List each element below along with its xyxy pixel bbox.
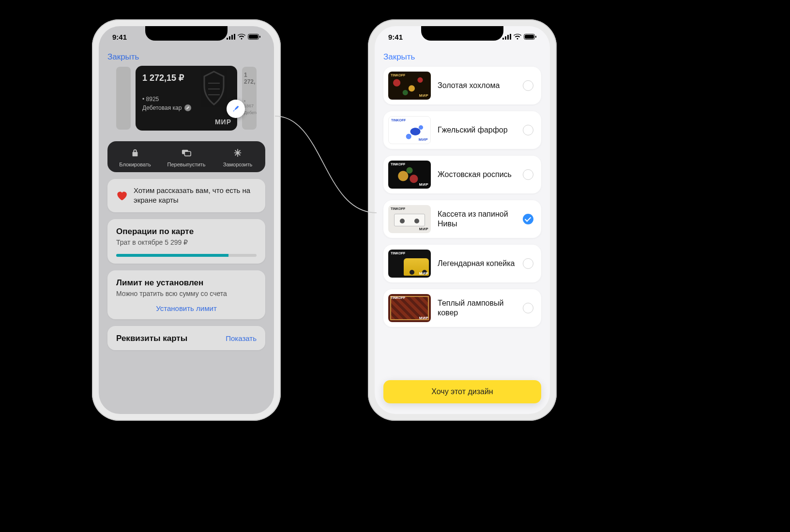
- phone-mock-card-screen: 9:41 Закрыть 1 272,15 ₽ • 8925 Дебетовая…: [92, 19, 281, 421]
- freeze-label: Заморозить: [223, 162, 253, 167]
- limit-title: Лимит не установлен: [116, 278, 257, 288]
- svg-rect-8: [184, 151, 191, 156]
- radio-icon[interactable]: [523, 80, 533, 91]
- card-brand: TINKOFF: [391, 74, 428, 77]
- card-brand: TINKOFF: [391, 163, 428, 166]
- peek-last4: • 1867: [244, 99, 255, 108]
- svg-rect-2: [231, 35, 233, 40]
- operations-tile[interactable]: Операции по карте Трат в октябре 5 299 ₽: [107, 219, 265, 264]
- brush-icon: [231, 104, 240, 113]
- prev-card-peek[interactable]: [116, 67, 131, 130]
- design-label: Жостовская роспись: [438, 170, 516, 179]
- limit-subtitle: Можно тратить всю сумму со счета: [116, 290, 257, 297]
- card-brand: TINKOFF: [391, 251, 428, 255]
- svg-rect-15: [535, 36, 536, 38]
- tip-card[interactable]: Хотим рассказать вам, что есть на экране…: [107, 179, 265, 212]
- requisites-title: Реквизиты карты: [116, 334, 187, 343]
- design-list[interactable]: TINKOFFМИРЗолотая хохломаTINKOFFМИРГжель…: [375, 67, 550, 327]
- card-type: Дебетовая кар: [142, 104, 182, 111]
- card-actions-bar: Блокировать Перевыпустить Заморозить: [107, 141, 265, 172]
- phone-mock-design-picker: 9:41 Закрыть TINKOFFМИРЗолотая хохломаTI…: [368, 19, 557, 421]
- flow-connector-icon: [270, 102, 381, 227]
- radio-icon[interactable]: [523, 125, 533, 135]
- requisites-tile: Реквизиты карты Показать: [107, 326, 265, 350]
- card-crest-icon: [195, 70, 233, 108]
- set-limit-link[interactable]: Установить лимит: [116, 304, 257, 312]
- reissue-button[interactable]: Перевыпустить: [161, 147, 212, 167]
- design-thumbnail: TINKOFFМИР: [388, 250, 431, 278]
- peek-balance: 1 272,: [244, 72, 255, 85]
- pencil-icon[interactable]: [184, 104, 191, 111]
- edit-design-fab[interactable]: [227, 100, 245, 118]
- design-label: Золотая хохлома: [438, 81, 516, 90]
- cellular-icon: [502, 34, 511, 40]
- svg-rect-3: [234, 34, 235, 40]
- operations-title: Операции по карте: [116, 227, 257, 236]
- design-option[interactable]: TINKOFFМИРЗолотая хохлома: [383, 67, 541, 104]
- card-brand: TINKOFF: [391, 207, 428, 210]
- wifi-icon: [238, 34, 245, 40]
- design-option[interactable]: TINKOFFМИРТеплый ламповый ковер: [383, 289, 541, 327]
- design-label: Теплый ламповый ковер: [438, 298, 516, 318]
- show-requisites-link[interactable]: Показать: [226, 334, 257, 342]
- cellular-icon: [227, 34, 235, 40]
- peek-type: Дебето: [244, 110, 257, 115]
- freeze-button[interactable]: Заморозить: [212, 147, 263, 167]
- radio-icon[interactable]: [523, 303, 533, 313]
- phone-notch: [145, 26, 228, 41]
- heart-icon: [115, 189, 128, 202]
- card-brand: TINKOFF: [391, 118, 428, 122]
- mir-logo: МИР: [419, 137, 428, 142]
- design-option[interactable]: TINKOFFМИРЖостовская роспись: [383, 156, 541, 193]
- design-label: Легендарная копейка: [438, 259, 516, 268]
- design-thumbnail: TINKOFFМИР: [388, 72, 431, 100]
- reissue-label: Перевыпустить: [167, 162, 206, 167]
- close-link[interactable]: Закрыть: [99, 47, 148, 65]
- card-carousel[interactable]: 1 272,15 ₽ • 8925 Дебетовая кар МИР 1 27…: [99, 65, 274, 137]
- spend-progress: [116, 254, 257, 257]
- svg-rect-9: [502, 38, 504, 40]
- block-button[interactable]: Блокировать: [109, 147, 161, 167]
- battery-icon: [248, 34, 260, 40]
- next-card-peek[interactable]: 1 272, • 1867 Дебето: [242, 67, 257, 130]
- design-thumbnail: TINKOFFМИР: [388, 116, 431, 144]
- main-card[interactable]: 1 272,15 ₽ • 8925 Дебетовая кар МИР: [136, 66, 237, 131]
- mir-logo: МИР: [419, 93, 428, 98]
- limit-tile: Лимит не установлен Можно тратить всю су…: [107, 270, 265, 319]
- design-option[interactable]: TINKOFFМИРЛегендарная копейка: [383, 245, 541, 282]
- radio-checked-icon[interactable]: [523, 214, 533, 224]
- phone-notch: [421, 26, 503, 41]
- radio-icon[interactable]: [523, 169, 533, 180]
- design-option[interactable]: TINKOFFМИРГжельский фарфор: [383, 111, 541, 149]
- mir-logo: МИР: [419, 182, 428, 187]
- mir-logo: МИР: [419, 271, 428, 276]
- snowflake-icon: [232, 147, 243, 159]
- close-link[interactable]: Закрыть: [375, 47, 424, 65]
- mir-logo: МИР: [419, 227, 428, 231]
- design-label: Кассета из папиной Нивы: [438, 209, 516, 229]
- operations-subtitle: Трат в октябре 5 299 ₽: [116, 238, 257, 246]
- svg-rect-10: [505, 36, 506, 40]
- lock-icon: [129, 147, 141, 159]
- design-thumbnail: TINKOFFМИР: [388, 205, 431, 233]
- svg-rect-0: [227, 38, 228, 40]
- spend-progress-fill: [116, 254, 228, 257]
- radio-icon[interactable]: [523, 258, 533, 269]
- choose-design-button[interactable]: Хочу этот дизайн: [383, 380, 541, 403]
- design-option[interactable]: TINKOFFМИРКассета из папиной Нивы: [383, 200, 541, 238]
- battery-icon: [524, 34, 536, 40]
- wifi-icon: [514, 34, 521, 40]
- mir-logo: МИР: [419, 316, 428, 320]
- block-label: Блокировать: [119, 162, 151, 167]
- svg-rect-6: [259, 36, 260, 38]
- svg-rect-5: [249, 35, 258, 39]
- card-swap-icon: [181, 147, 192, 159]
- mir-logo: МИР: [215, 118, 231, 126]
- design-thumbnail: TINKOFFМИР: [388, 294, 431, 322]
- svg-rect-11: [507, 35, 509, 40]
- design-thumbnail: TINKOFFМИР: [388, 161, 431, 189]
- svg-rect-1: [229, 36, 230, 40]
- svg-rect-14: [525, 35, 534, 39]
- tip-text: Хотим рассказать вам, что есть на экране…: [134, 186, 258, 206]
- card-brand: TINKOFF: [391, 296, 428, 299]
